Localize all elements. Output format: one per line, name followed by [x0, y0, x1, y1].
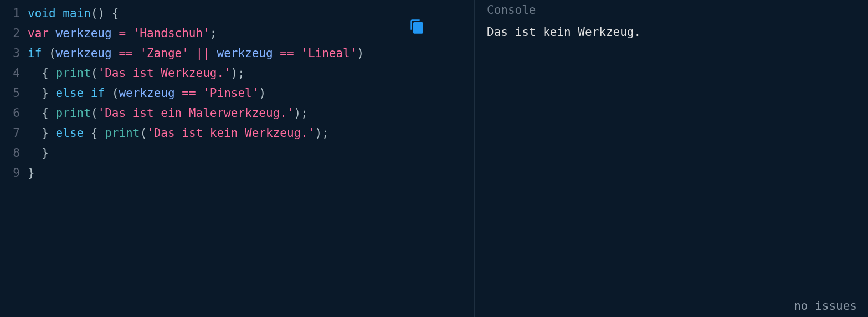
code-token: if: [91, 86, 105, 100]
line-content[interactable]: { print('Das ist ein Malerwerkzeug.');: [28, 103, 308, 123]
code-token: [49, 27, 56, 40]
console-pane: Console Das ist kein Werkzeug. no issues: [475, 0, 868, 317]
code-area[interactable]: 1void main() {2var werkzeug = 'Handschuh…: [0, 3, 474, 183]
code-line[interactable]: 9}: [0, 163, 474, 183]
code-token: [28, 86, 42, 100]
code-token: [84, 126, 91, 140]
line-number: 3: [0, 43, 28, 63]
line-number: 8: [0, 143, 28, 163]
code-token: ||: [196, 47, 210, 60]
code-line[interactable]: 7 } else { print('Das ist kein Werkzeug.…: [0, 123, 474, 143]
line-number: 7: [0, 123, 28, 143]
code-token: else: [56, 86, 84, 100]
code-token: [175, 86, 182, 100]
copy-button[interactable]: [409, 19, 425, 34]
code-token: }: [42, 146, 49, 160]
code-token: 'Pinsel': [203, 86, 259, 100]
code-token: ;: [301, 106, 308, 120]
code-token: ): [294, 106, 301, 120]
code-token: {: [42, 106, 49, 120]
code-editor-pane[interactable]: 1void main() {2var werkzeug = 'Handschuh…: [0, 0, 474, 317]
line-number: 9: [0, 163, 28, 183]
code-token: var: [28, 27, 49, 40]
code-token: print: [105, 126, 140, 140]
code-token: [84, 86, 91, 100]
code-token: werkzeug: [119, 86, 174, 100]
code-token: [56, 7, 63, 20]
line-content[interactable]: }: [28, 143, 49, 163]
code-token: }: [28, 166, 35, 180]
code-token: werkzeug: [56, 27, 112, 40]
code-line[interactable]: 5 } else if (werkzeug == 'Pinsel'): [0, 83, 474, 103]
code-token: ==: [182, 86, 196, 100]
code-token: [49, 86, 56, 100]
code-token: (: [91, 106, 98, 120]
code-token: ;: [210, 27, 217, 40]
line-number: 1: [0, 3, 28, 23]
code-token: [49, 126, 56, 140]
code-token: [273, 47, 280, 60]
code-line[interactable]: 4 { print('Das ist Werkzeug.');: [0, 63, 474, 83]
code-token: [196, 86, 203, 100]
code-token: ): [357, 47, 364, 60]
code-token: [42, 47, 49, 60]
code-token: [28, 146, 42, 160]
code-token: werkzeug: [56, 47, 112, 60]
code-token: (: [91, 67, 98, 80]
line-content[interactable]: void main() {: [28, 3, 119, 23]
line-content[interactable]: } else { print('Das ist kein Werkzeug.')…: [28, 123, 329, 143]
code-token: =: [119, 27, 126, 40]
line-content[interactable]: if (werkzeug == 'Zange' || werkzeug == '…: [28, 43, 364, 63]
code-token: else: [56, 126, 84, 140]
code-token: }: [42, 126, 49, 140]
line-number: 5: [0, 83, 28, 103]
line-content[interactable]: { print('Das ist Werkzeug.');: [28, 63, 245, 83]
code-token: [28, 126, 42, 140]
code-line[interactable]: 8 }: [0, 143, 474, 163]
code-token: [49, 106, 56, 120]
code-token: (: [140, 126, 147, 140]
code-token: [112, 47, 119, 60]
code-token: [133, 47, 140, 60]
code-token: {: [42, 67, 49, 80]
line-number: 6: [0, 103, 28, 123]
code-token: ): [315, 126, 322, 140]
code-token: (: [112, 86, 119, 100]
code-token: [294, 47, 301, 60]
code-line[interactable]: 6 { print('Das ist ein Malerwerkzeug.');: [0, 103, 474, 123]
code-token: [98, 126, 105, 140]
code-token: {: [112, 7, 119, 20]
code-token: print: [56, 67, 91, 80]
code-token: [105, 7, 112, 20]
code-token: werkzeug: [217, 47, 273, 60]
code-token: [189, 47, 196, 60]
line-number: 4: [0, 63, 28, 83]
status-bar: no issues: [487, 299, 857, 313]
code-token: {: [91, 126, 98, 140]
code-line[interactable]: 3if (werkzeug == 'Zange' || werkzeug == …: [0, 43, 474, 63]
code-token: }: [42, 86, 49, 100]
code-token: (: [49, 47, 56, 60]
line-content[interactable]: }: [28, 163, 35, 183]
code-line[interactable]: 1void main() {: [0, 3, 474, 23]
line-content[interactable]: var werkzeug = 'Handschuh';: [28, 23, 217, 43]
code-token: [28, 106, 42, 120]
console-title: Console: [487, 3, 857, 17]
code-token: [28, 67, 42, 80]
code-line[interactable]: 2var werkzeug = 'Handschuh';: [0, 23, 474, 43]
code-token: 'Handschuh': [133, 27, 210, 40]
code-token: 'Das ist ein Malerwerkzeug.': [97, 106, 294, 120]
code-token: [126, 27, 133, 40]
code-token: if: [28, 47, 42, 60]
code-token: ): [231, 67, 238, 80]
code-token: ): [259, 86, 266, 100]
code-token: ;: [322, 126, 329, 140]
console-output: Das ist kein Werkzeug.: [487, 25, 857, 39]
code-token: ==: [280, 47, 294, 60]
code-token: 'Zange': [140, 47, 189, 60]
code-token: [105, 86, 112, 100]
code-token: [210, 47, 217, 60]
code-token: 'Lineal': [301, 47, 357, 60]
line-content[interactable]: } else if (werkzeug == 'Pinsel'): [28, 83, 266, 103]
code-token: [49, 67, 56, 80]
